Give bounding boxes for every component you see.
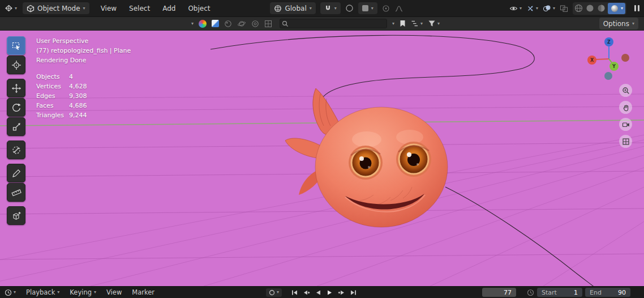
record-icon — [269, 290, 275, 296]
playback-label: Playback — [26, 288, 55, 296]
stat-value: 4,628 — [69, 83, 87, 90]
shading-material-icon[interactable] — [596, 3, 606, 13]
chevron-down-icon: ▾ — [621, 6, 623, 11]
jump-to-end-button[interactable] — [350, 289, 357, 296]
menu-view-timeline[interactable]: View — [106, 288, 122, 296]
gizmos-dropdown[interactable]: ▾ — [526, 5, 538, 12]
hierarchy-dropdown[interactable]: ▾ — [411, 20, 423, 27]
chevron-down-icon: ▾ — [57, 290, 59, 295]
menu-playback[interactable]: Playback▾ — [26, 288, 59, 296]
torus-icon[interactable] — [251, 20, 259, 28]
auto-keying-dropdown[interactable]: ▾ — [266, 288, 282, 297]
tool-measure[interactable] — [7, 183, 25, 202]
orthographic-toggle-button[interactable] — [619, 135, 632, 148]
grid-graph-icon[interactable] — [264, 20, 272, 28]
stat-value: 4 — [69, 73, 73, 80]
gizmo-neg-z[interactable] — [604, 72, 612, 80]
next-keyframe-button[interactable] — [337, 289, 346, 296]
stat-value: 9,308 — [69, 92, 87, 100]
current-frame-field[interactable]: 77 — [482, 288, 516, 297]
tool-annotate[interactable] — [7, 164, 25, 182]
zoom-button[interactable] — [619, 84, 632, 97]
transform-orientation-dropdown[interactable]: Global ▾ — [270, 2, 315, 14]
frame-end-field[interactable]: End 90 — [585, 288, 630, 297]
shading-wireframe-icon[interactable] — [574, 3, 583, 13]
timeline-editor-dropdown[interactable]: ▾ — [5, 289, 16, 296]
tool-cursor[interactable] — [7, 56, 25, 74]
gizmo-arrows-icon — [526, 5, 534, 12]
marker-label: Marker — [132, 288, 154, 296]
view-perspective-label: User Perspective — [36, 36, 131, 46]
curve-object-lower[interactable] — [445, 187, 601, 286]
stat-label: Vertices — [36, 82, 69, 91]
3d-viewport[interactable]: Z X Y User Perspective (77) retopologize… — [0, 31, 644, 286]
shading-solid-icon[interactable] — [585, 3, 595, 13]
gizmo-y-label: Y — [612, 64, 616, 69]
mode-label: Object Mode — [37, 5, 80, 12]
shading-rendered-button[interactable]: ▾ — [608, 3, 625, 14]
magnet-icon — [324, 5, 332, 12]
chevron-down-icon: ▾ — [14, 290, 16, 295]
menu-view[interactable]: View — [100, 3, 118, 14]
chevron-down-icon: ▾ — [553, 6, 555, 11]
falloff-curve-icon[interactable] — [394, 5, 403, 12]
pan-button[interactable] — [619, 101, 632, 114]
menu-object[interactable]: Object — [187, 3, 211, 14]
xray-toggle-icon[interactable] — [560, 4, 568, 12]
bookmark-icon[interactable] — [400, 20, 406, 27]
snap-dropdown[interactable]: ▾ — [320, 2, 341, 14]
grid-icon — [622, 138, 630, 146]
play-button[interactable] — [326, 289, 333, 296]
overlays-dropdown[interactable]: ▾ — [543, 5, 555, 12]
chevron-down-icon[interactable]: ▾ — [191, 22, 194, 26]
sphere-icon[interactable] — [224, 20, 232, 28]
shading-rendered-icon — [610, 4, 619, 13]
camera-view-button[interactable] — [619, 118, 632, 131]
chevron-down-icon[interactable]: ▾ — [392, 22, 394, 26]
stat-value: 9,244 — [69, 112, 87, 119]
menu-keying[interactable]: Keying▾ — [70, 288, 96, 296]
tool-add-cube[interactable] — [7, 206, 25, 225]
search-input[interactable] — [280, 19, 387, 28]
view-label: View — [106, 288, 122, 296]
snap-target-dropdown[interactable]: ▾ — [358, 2, 377, 14]
end-value: 90 — [618, 289, 626, 296]
proportional-editing-icon[interactable] — [345, 4, 354, 12]
filter-dropdown[interactable]: ▾ — [428, 20, 440, 27]
fish-model[interactable] — [285, 88, 448, 227]
frame-start-field[interactable]: Start 1 — [537, 288, 582, 297]
jump-to-start-button[interactable] — [291, 289, 298, 296]
vertical-bars-icon[interactable] — [634, 5, 639, 11]
texture-slot-icon[interactable] — [212, 20, 219, 27]
chevron-down-icon: ▾ — [420, 22, 423, 26]
menu-marker[interactable]: Marker — [132, 288, 154, 296]
mode-dropdown[interactable]: Object Mode ▾ — [23, 2, 89, 14]
material-ball-icon[interactable] — [199, 20, 207, 28]
chevron-down-icon: ▾ — [536, 6, 538, 11]
options-dropdown[interactable]: Options ▾ — [599, 18, 638, 29]
menu-select[interactable]: Select — [128, 3, 151, 14]
search-icon — [282, 20, 289, 27]
editor-type-dropdown[interactable]: ▾ — [5, 4, 17, 12]
chevron-down-icon: ▾ — [632, 22, 634, 26]
stat-label: Objects — [36, 72, 69, 82]
header-bar: ▾ Object Mode ▾ View Select Add Object G… — [0, 0, 644, 17]
tool-select-box[interactable] — [7, 36, 25, 55]
axis-gizmo[interactable]: Z X Y — [587, 37, 629, 80]
tool-move[interactable] — [7, 79, 25, 97]
timer-clock-icon[interactable] — [527, 289, 534, 296]
menu-add[interactable]: Add — [161, 3, 177, 14]
object-visibility-dropdown[interactable]: ▾ — [509, 5, 522, 12]
saturn-ring-icon[interactable] — [237, 20, 246, 28]
gizmo-neg-x[interactable] — [621, 54, 629, 62]
prev-keyframe-button[interactable] — [302, 289, 311, 296]
transport-controls — [291, 289, 357, 296]
tool-transform[interactable] — [7, 141, 25, 159]
center-dot-icon[interactable] — [382, 5, 390, 12]
zoom-icon — [622, 87, 630, 95]
tool-scale[interactable] — [7, 117, 25, 136]
blender-window: ▾ Object Mode ▾ View Select Add Object G… — [0, 0, 644, 298]
current-frame-value: 77 — [504, 289, 512, 296]
tool-rotate[interactable] — [7, 98, 25, 117]
play-reverse-button[interactable] — [315, 289, 322, 296]
